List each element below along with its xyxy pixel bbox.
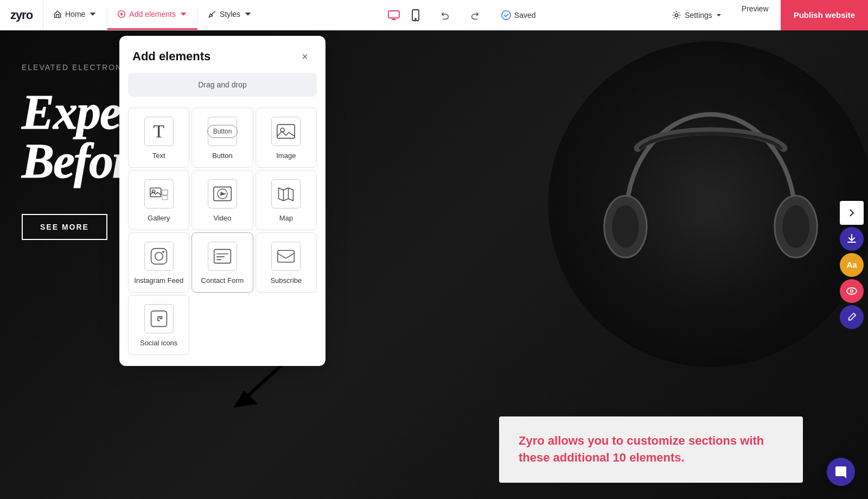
panel-title: Add elements	[132, 49, 210, 64]
download-icon	[846, 233, 857, 244]
element-text[interactable]: T Text	[128, 108, 189, 168]
add-elements-nav[interactable]: Add elements	[107, 0, 197, 30]
svg-rect-19	[162, 190, 168, 195]
element-instagram[interactable]: Instagram Feed	[128, 232, 189, 293]
social-element-icon	[144, 304, 174, 333]
undo-icon	[440, 10, 450, 20]
preview-btn[interactable]: Preview	[732, 4, 778, 26]
element-contact-form[interactable]: Contact Form	[192, 232, 253, 293]
main-area: Elevated electronics Exper Befor See Mor…	[0, 30, 868, 499]
video-label: Video	[213, 214, 231, 223]
redo-btn[interactable]	[464, 4, 486, 26]
home-icon	[53, 10, 62, 18]
eye-btn[interactable]	[840, 279, 864, 303]
subscribe-element-icon	[271, 242, 301, 271]
svg-rect-17	[150, 188, 161, 197]
image-icon	[276, 122, 296, 141]
element-image[interactable]: Image	[256, 108, 317, 168]
svg-rect-1	[388, 11, 399, 18]
info-box-text: Zyro allows you to customize sections wi…	[519, 434, 764, 464]
device-icons	[384, 5, 425, 25]
redo-icon	[470, 10, 480, 20]
font-btn[interactable]: Aa	[840, 253, 864, 277]
navbar-right: Settings Preview Publish website	[664, 0, 868, 30]
see-more-btn[interactable]: See More	[22, 214, 107, 240]
element-button[interactable]: Button Button	[192, 108, 253, 168]
download-btn[interactable]	[840, 227, 864, 251]
font-icon-label: Aa	[846, 260, 857, 269]
element-map[interactable]: Map	[256, 170, 317, 230]
home-chevron-icon	[88, 10, 97, 18]
add-elements-panel: Add elements × Drag and drop T Text Butt…	[119, 30, 326, 366]
subscribe-icon	[276, 247, 296, 266]
logo: zyro	[0, 0, 43, 30]
svg-point-25	[162, 251, 164, 253]
chat-icon	[834, 465, 847, 478]
contact-form-icon	[213, 247, 232, 266]
svg-rect-23	[151, 248, 167, 264]
svg-point-24	[155, 252, 162, 260]
image-label: Image	[276, 151, 296, 161]
navbar: zyro Home Add elements Styles	[0, 0, 868, 30]
social-icon	[149, 309, 169, 329]
edit-btn[interactable]	[840, 305, 864, 329]
map-icon	[276, 184, 296, 204]
undo-btn[interactable]	[434, 4, 456, 26]
svg-point-6	[548, 41, 868, 367]
video-element-icon	[208, 179, 237, 209]
button-icon: Button	[207, 125, 238, 138]
saved-check-icon	[501, 10, 511, 20]
svg-point-10	[782, 205, 809, 248]
navbar-center: Saved	[262, 4, 664, 26]
styles-nav[interactable]: Styles	[198, 0, 262, 30]
home-nav[interactable]: Home	[43, 0, 107, 30]
desktop-icon	[388, 10, 400, 20]
expand-panel-btn[interactable]	[840, 201, 864, 225]
settings-btn[interactable]: Settings	[664, 4, 730, 26]
svg-rect-20	[162, 195, 168, 199]
chat-btn[interactable]	[827, 458, 855, 486]
mobile-device-btn[interactable]	[406, 5, 425, 25]
publish-btn[interactable]: Publish website	[781, 0, 868, 30]
add-elements-chevron-icon	[179, 10, 188, 18]
styles-icon	[208, 10, 216, 18]
styles-chevron-icon	[244, 10, 252, 18]
element-social[interactable]: Social icons	[128, 295, 189, 355]
chevron-right-icon	[849, 209, 854, 217]
headphone-svg	[542, 30, 868, 389]
mobile-icon	[412, 9, 419, 21]
text-icon: T	[153, 121, 164, 142]
right-tools: Aa	[835, 197, 868, 333]
info-box: Zyro allows you to customize sections wi…	[499, 416, 803, 483]
drag-drop-bar: Drag and drop	[128, 73, 317, 97]
instagram-icon	[149, 247, 169, 266]
contact-form-element-icon	[208, 242, 237, 271]
map-label: Map	[279, 214, 293, 223]
elements-grid: T Text Button Button	[119, 108, 326, 355]
panel-container: Add elements × Drag and drop T Text Butt…	[119, 36, 326, 366]
svg-rect-15	[277, 124, 295, 138]
desktop-device-btn[interactable]	[384, 5, 404, 25]
text-label: Text	[152, 151, 165, 161]
element-video[interactable]: Video	[192, 170, 253, 230]
svg-point-14	[851, 290, 853, 292]
button-label: Button	[212, 151, 233, 161]
svg-point-8	[612, 205, 639, 248]
video-icon	[213, 184, 232, 204]
saved-indicator: Saved	[495, 10, 542, 20]
logo-text: zyro	[10, 8, 33, 22]
settings-label: Settings	[685, 11, 712, 20]
panel-close-btn[interactable]: ×	[297, 49, 312, 64]
add-elements-label: Add elements	[129, 10, 176, 18]
styles-label: Styles	[220, 10, 240, 18]
svg-rect-27	[278, 250, 295, 262]
social-label: Social icons	[140, 339, 177, 348]
svg-rect-28	[151, 311, 167, 326]
element-subscribe[interactable]: Subscribe	[256, 232, 317, 293]
element-gallery[interactable]: Gallery	[128, 170, 189, 230]
instagram-element-icon	[144, 242, 174, 271]
gallery-label: Gallery	[148, 214, 170, 223]
map-element-icon	[271, 179, 301, 209]
gallery-element-icon	[144, 179, 174, 209]
home-label: Home	[65, 10, 85, 18]
